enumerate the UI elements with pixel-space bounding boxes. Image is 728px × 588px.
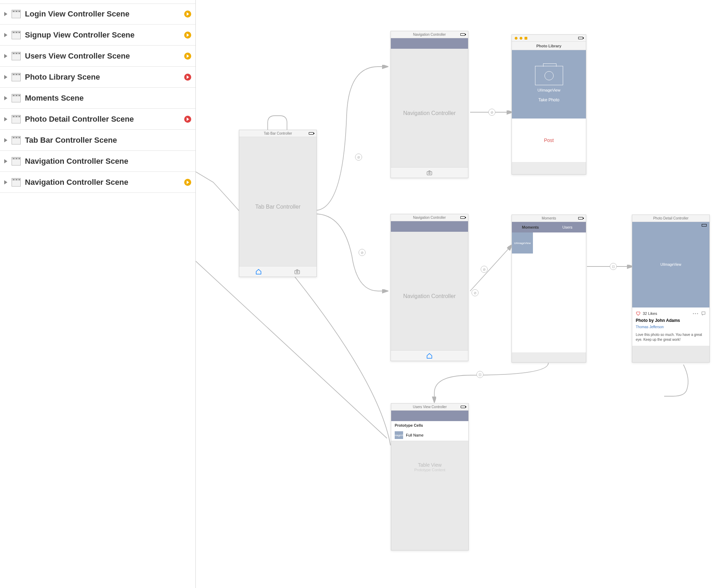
scene-body: Navigation Controller [391, 232, 468, 361]
scene-title: Tab Bar Controller [264, 131, 292, 135]
scene-title: Navigation Controller [413, 33, 446, 36]
scene-body: Tab Bar Controller [239, 137, 316, 277]
heart-icon[interactable] [636, 311, 641, 316]
battery-icon [702, 224, 707, 227]
scene-outline-row[interactable]: Photo Detail Controller Scene [0, 109, 195, 130]
likes-label: 32 Likes [643, 311, 657, 316]
scene-header: Photo Detail Controller [632, 215, 709, 222]
scene-outline-row[interactable]: Signup View Controller Scene [0, 25, 195, 46]
detail-meta: 32 Likes ••• Photo by John Adams Thomas … [632, 307, 709, 346]
disclosure-triangle-icon[interactable] [4, 96, 7, 100]
users-view-controller-scene[interactable]: Users View Controller Prototype Cells UI… [391, 403, 469, 550]
navigation-controller-scene-1[interactable]: Navigation Controller Navigation Control… [390, 31, 468, 178]
moments-scene[interactable]: Moments Moments Users UIImageView [512, 215, 586, 363]
scene-label: Tab Bar Controller Scene [25, 136, 191, 145]
take-photo-label[interactable]: Take Photo [538, 97, 559, 102]
scene-outline-row[interactable]: Photo Library Scene [0, 67, 195, 88]
image-view-area[interactable]: UIImageView Take Photo [512, 50, 586, 119]
battery-icon [578, 217, 583, 219]
disclosure-triangle-icon[interactable] [4, 12, 7, 16]
tab-item-home[interactable] [416, 351, 442, 361]
photo-library-scene[interactable]: Photo Library UIImageView Take Photo Pos… [512, 34, 586, 175]
battery-icon [578, 37, 583, 39]
segment-moments[interactable]: Moments [512, 222, 549, 232]
disclosure-triangle-icon[interactable] [4, 138, 7, 142]
scene-label: Photo Library Scene [25, 73, 184, 82]
scene-outline-row[interactable]: Navigation Controller Scene [0, 151, 195, 172]
controller-label: Tab Bar Controller [255, 204, 301, 210]
battery-icon [460, 33, 465, 36]
imageview-label: UIImageView [660, 263, 681, 266]
tab-bar-placeholder [512, 352, 586, 362]
tab-bar [391, 350, 468, 361]
storyboard-canvas[interactable]: ⊘ ⊘ ⊘ ⊘ ⊘ ⊡ ⊡ Tab Bar Controller Tab Bar… [196, 0, 728, 588]
photo-detail-controller-scene[interactable]: Photo Detail Controller UIImageView 32 L… [632, 215, 710, 363]
scene-outline-row[interactable]: Moments Scene [0, 88, 195, 109]
photo-title: Photo by John Adams [636, 318, 706, 323]
error-indicator-icon[interactable] [184, 74, 191, 81]
tab-item-camera[interactable] [416, 168, 442, 178]
table-view-label: Table View [391, 462, 468, 468]
photo-author[interactable]: Thomas Jefferson [636, 325, 706, 329]
storyboard-scene-icon [12, 52, 21, 60]
segue-relationship-icon[interactable]: ⊘ [359, 249, 366, 256]
more-icon[interactable]: ••• [693, 311, 699, 316]
scene-title: Navigation Controller [413, 216, 446, 219]
storyboard-scene-icon [12, 115, 21, 123]
navigation-bar [391, 38, 468, 49]
warning-indicator-icon[interactable] [184, 179, 191, 186]
simulated-status-icons [515, 37, 527, 40]
scene-label: Navigation Controller Scene [25, 178, 184, 187]
warning-indicator-icon[interactable] [184, 32, 191, 39]
table-cell[interactable]: UIImageView Full Name [391, 430, 468, 441]
svg-point-1 [296, 271, 298, 273]
storyboard-scene-icon [12, 136, 21, 144]
segue-relationship-icon[interactable]: ⊘ [355, 154, 362, 161]
detail-image-view: UIImageView [632, 222, 709, 307]
disclosure-triangle-icon[interactable] [4, 75, 7, 79]
navigation-controller-scene-2[interactable]: Navigation Controller Navigation Control… [390, 214, 468, 361]
segue-relationship-icon[interactable]: ⊘ [481, 266, 488, 273]
segue-relationship-icon[interactable]: ⊘ [472, 289, 479, 296]
scene-header: Moments [512, 215, 586, 222]
scene-header: Navigation Controller [391, 214, 468, 221]
photo-comment: Love this photo so much. You have a grea… [636, 332, 706, 342]
scene-label: Navigation Controller Scene [25, 157, 191, 166]
disclosure-triangle-icon[interactable] [4, 117, 7, 121]
error-indicator-icon[interactable] [184, 116, 191, 123]
navigation-bar [391, 411, 468, 421]
scene-header [512, 35, 586, 42]
post-button[interactable]: Post [512, 119, 586, 162]
scene-outline-row[interactable]: Users View Controller Scene [0, 46, 195, 67]
disclosure-triangle-icon[interactable] [4, 159, 7, 163]
cell-imageview: UIImageView [395, 431, 403, 439]
disclosure-triangle-icon[interactable] [4, 180, 7, 184]
tab-bar [239, 266, 316, 277]
tab-item-home[interactable] [239, 266, 278, 277]
camera-icon [535, 66, 563, 85]
warning-indicator-icon[interactable] [184, 53, 191, 60]
segment-users[interactable]: Users [549, 222, 586, 232]
segue-show-icon[interactable]: ⊡ [610, 263, 617, 270]
disclosure-triangle-icon[interactable] [4, 54, 7, 58]
scene-label: Signup View Controller Scene [25, 31, 184, 40]
comment-icon[interactable] [701, 311, 706, 316]
segue-relationship-icon[interactable]: ⊡ [476, 371, 483, 378]
warning-indicator-icon[interactable] [184, 11, 191, 18]
collection-cell-imageview[interactable]: UIImageView [512, 232, 533, 254]
disclosure-triangle-icon[interactable] [4, 33, 7, 37]
segue-relationship-icon[interactable]: ⊘ [488, 109, 495, 116]
scene-label: Login View Controller Scene [25, 9, 184, 19]
tab-bar-controller-scene[interactable]: Tab Bar Controller Tab Bar Controller [239, 130, 317, 277]
storyboard-scene-icon [12, 178, 21, 187]
tab-item-camera[interactable] [278, 266, 316, 277]
svg-rect-2 [427, 171, 432, 175]
scene-header: Navigation Controller [391, 31, 468, 38]
scene-header: Tab Bar Controller [239, 130, 316, 137]
scene-title: Users View Controller [413, 405, 447, 409]
scene-label: Moments Scene [25, 94, 191, 103]
scene-outline-row[interactable]: Navigation Controller Scene [0, 172, 195, 193]
scene-outline-row[interactable]: Login View Controller Scene [0, 4, 195, 25]
scene-outline-row[interactable]: Tab Bar Controller Scene [0, 130, 195, 151]
segmented-control[interactable]: Moments Users [512, 222, 586, 232]
